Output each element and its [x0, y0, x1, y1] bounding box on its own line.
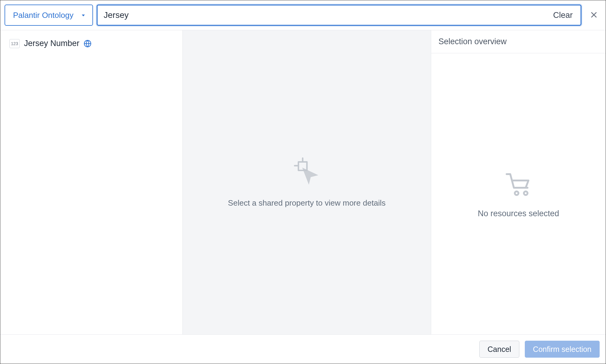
ontology-select-label: Palantir Ontology: [13, 11, 73, 20]
header-bar: Palantir Ontology Clear: [0, 0, 606, 30]
cancel-button[interactable]: Cancel: [479, 341, 519, 358]
cart-icon: [504, 170, 533, 200]
clear-button[interactable]: Clear: [552, 9, 574, 22]
svg-point-9: [524, 191, 528, 195]
selection-header: Selection overview: [431, 30, 606, 53]
selection-body: No resources selected: [431, 53, 606, 334]
main-body: 123 Jersey Number Select a shared proper…: [0, 30, 606, 334]
svg-marker-7: [302, 167, 318, 184]
results-panel: 123 Jersey Number: [0, 30, 183, 334]
result-item[interactable]: 123 Jersey Number: [8, 37, 175, 50]
close-icon: [590, 11, 598, 20]
selection-empty-message: No resources selected: [478, 209, 559, 218]
result-item-label: Jersey Number: [24, 39, 79, 48]
svg-point-8: [515, 191, 518, 195]
confirm-selection-button[interactable]: Confirm selection: [525, 341, 600, 358]
detail-placeholder-message: Select a shared property to view more de…: [228, 198, 385, 208]
search-input[interactable]: [104, 10, 552, 20]
type-badge-number: 123: [9, 39, 20, 48]
selection-panel: Selection overview No resources selected: [431, 30, 606, 334]
close-button[interactable]: [585, 8, 601, 23]
ontology-select[interactable]: Palantir Ontology: [5, 5, 93, 26]
search-field-wrapper: Clear: [97, 5, 581, 26]
select-placeholder-icon: [292, 157, 322, 189]
chevron-down-icon: [81, 11, 86, 20]
detail-panel: Select a shared property to view more de…: [183, 30, 431, 334]
footer-bar: Cancel Confirm selection: [0, 334, 606, 364]
svg-rect-4: [298, 162, 307, 170]
globe-icon: [84, 40, 92, 48]
